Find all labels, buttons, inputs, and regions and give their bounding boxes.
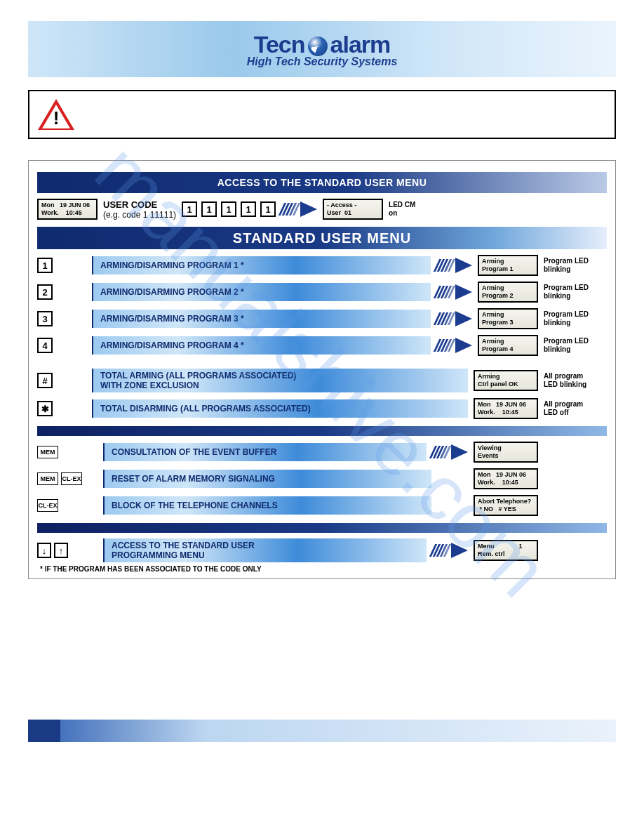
menu-item-bar: ARMING/DISARMING PROGRAM 3 *	[92, 310, 431, 328]
brand-banner: Tecn alarm High Tech Security Systems	[28, 21, 616, 77]
user-code-label: USER CODE	[103, 199, 176, 210]
key-column: ↓ ↑	[37, 543, 98, 558]
globe-icon	[308, 37, 328, 56]
total-row: ✱TOTAL DISARMING (ALL PROGRAMS ASSOCIATE…	[37, 398, 607, 419]
access-title-bar: ACCESS TO THE STANDARD USER MENU	[37, 172, 607, 193]
program-row: 2ARMING/DISARMING PROGRAM 2 *Arming Prog…	[37, 282, 607, 303]
led-status: Program LED blinking	[544, 337, 607, 354]
keycap: 3	[37, 311, 53, 326]
warning-triangle-icon	[38, 99, 74, 130]
footnote: * IF THE PROGRAM HAS BEEN ASSOCIATED TO …	[40, 565, 607, 573]
keycap: 1	[241, 201, 256, 217]
arrow-icon	[432, 543, 468, 558]
menu-item-bar: ARMING/DISARMING PROGRAM 2 *	[92, 283, 431, 301]
menu-diagram-frame: manualshive.com ACCESS TO THE STANDARD U…	[28, 160, 616, 579]
key-column: CL-EX	[37, 499, 98, 512]
lcd-result: Arming Program 3	[478, 308, 538, 329]
lcd-result: Abort Telephone? * NO # YES	[474, 495, 538, 516]
arrow-icon	[436, 258, 472, 273]
arrow-up-keycap: ↑	[54, 543, 68, 558]
key-column: ✱	[37, 401, 86, 416]
lcd-result: Arming Program 4	[478, 335, 538, 356]
brand-tagline: High Tech Security Systems	[247, 55, 398, 68]
key-column: 4	[37, 338, 86, 353]
led-status: All program LED off	[544, 400, 607, 417]
key-column: MEM	[37, 446, 98, 458]
arrow-down-keycap: ↓	[37, 543, 51, 558]
led-status: Program LED blinking	[544, 257, 607, 274]
keycap: 1	[221, 201, 236, 217]
menu-item-bar: ACCESS TO THE STANDARD USER PROGRAMMING …	[103, 538, 427, 562]
access-row: Mon 19 JUN 06 Work. 10:45 USER CODE (e.g…	[37, 199, 607, 220]
prog-menu-row: ↓ ↑ ACCESS TO THE STANDARD USER PROGRAMM…	[37, 538, 607, 562]
menu-item-bar: TOTAL DISARMING (ALL PROGRAMS ASSOCIATED…	[92, 399, 468, 418]
arrow-icon	[432, 444, 468, 460]
keycap: CL-EX	[37, 499, 58, 512]
menu-item-bar: ARMING/DISARMING PROGRAM 1 *	[92, 256, 431, 274]
separator-bar	[37, 426, 607, 436]
keycap: 1	[201, 201, 217, 217]
lcd-result: Mon 19 JUN 06 Work. 10:45	[474, 398, 538, 419]
arrow-icon	[436, 338, 472, 353]
brand-text-right: alarm	[330, 31, 391, 58]
program-row: 1ARMING/DISARMING PROGRAM 1 *Arming Prog…	[37, 255, 607, 276]
function-row: MEMCONSULTATION OF THE EVENT BUFFERViewi…	[37, 442, 607, 463]
footer-stripe	[28, 720, 616, 742]
key-column: MEMCL-EX	[37, 472, 98, 485]
function-row: MEMCL-EXRESET OF ALARM MEMORY SIGNALINGM…	[37, 468, 607, 489]
separator-bar	[37, 523, 607, 533]
function-row: CL-EXBLOCK OF THE TELEPHONE CHANNELSAbor…	[37, 495, 607, 516]
keycap: 1	[182, 201, 197, 217]
menu-item-bar: BLOCK OF THE TELEPHONE CHANNELS	[103, 496, 431, 515]
led-status: Program LED blinking	[544, 284, 607, 300]
brand-text-left: Tecn	[254, 31, 305, 58]
menu-item-bar: RESET OF ALARM MEMORY SIGNALING	[103, 470, 431, 488]
total-row: #TOTAL ARMING (ALL PROGRAMS ASSOCIATED) …	[37, 369, 607, 392]
key-column: 3	[37, 311, 86, 326]
keycap: MEM	[37, 472, 58, 485]
lcd-home: Mon 19 JUN 06 Work. 10:45	[37, 199, 98, 220]
code-key-row: 1 1 1 1 1	[182, 201, 276, 217]
brand-logo: Tecn alarm	[254, 31, 391, 58]
key-column: #	[37, 373, 86, 388]
key-column: 1	[37, 258, 86, 273]
keycap: ✱	[37, 401, 53, 416]
lcd-result: Arming Program 2	[478, 282, 538, 303]
lcd-result: Arming Ctrl panel OK	[474, 370, 538, 391]
warning-box	[28, 90, 616, 139]
program-row: 4ARMING/DISARMING PROGRAM 4 *Arming Prog…	[37, 335, 607, 356]
lcd-result: Menu 1 Rem. ctrl	[474, 540, 538, 561]
keycap: 1	[260, 201, 276, 217]
menu-item-bar: ARMING/DISARMING PROGRAM 4 *	[92, 336, 431, 355]
footer-tab	[28, 720, 60, 742]
arrow-icon	[436, 284, 472, 300]
user-code-sub: (e.g. code 1 11111)	[103, 210, 176, 220]
keycap: 2	[37, 284, 53, 300]
keycap: #	[37, 373, 53, 388]
key-column: 2	[37, 284, 86, 300]
led-status: LED CM on	[389, 201, 452, 218]
led-status: Program LED blinking	[544, 310, 607, 327]
keycap: MEM	[37, 446, 58, 458]
led-status: All program LED blinking	[544, 372, 607, 389]
menu-item-bar: CONSULTATION OF THE EVENT BUFFER	[103, 443, 427, 461]
lcd-result: Mon 19 JUN 06 Work. 10:45	[474, 468, 538, 489]
program-row: 3ARMING/DISARMING PROGRAM 3 *Arming Prog…	[37, 308, 607, 329]
keycap: 4	[37, 338, 53, 353]
arrow-icon	[436, 311, 472, 326]
lcd-result: Viewing Events	[474, 442, 538, 463]
lcd-result: Arming Program 1	[478, 255, 538, 276]
menu-item-bar: TOTAL ARMING (ALL PROGRAMS ASSOCIATED) W…	[92, 369, 468, 392]
keycap: 1	[37, 258, 53, 273]
keycap: CL-EX	[61, 472, 82, 485]
lcd-access: - Access - User 01	[323, 199, 383, 220]
standard-menu-title: STANDARD USER MENU	[37, 227, 607, 249]
arrow-icon	[281, 201, 317, 217]
